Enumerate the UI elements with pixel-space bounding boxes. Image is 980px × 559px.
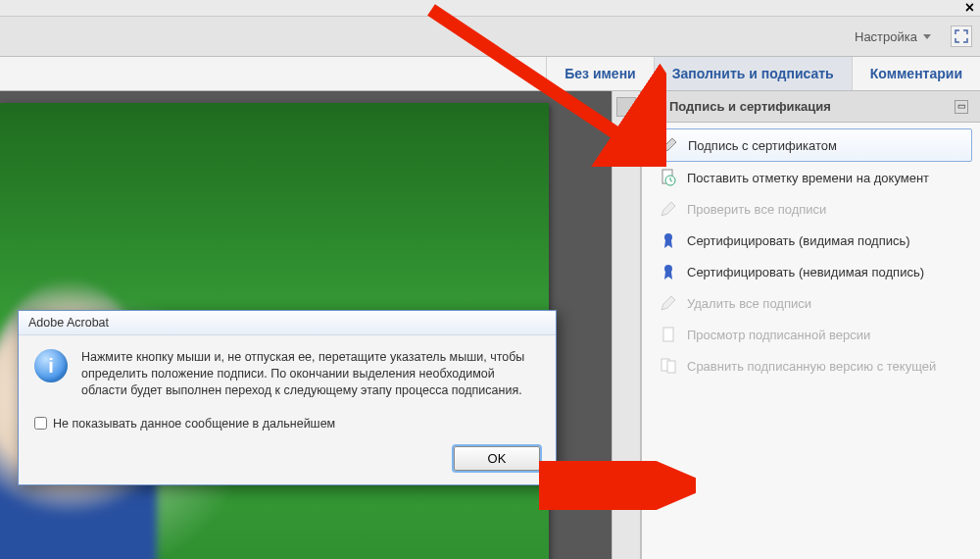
settings-label: Настройка bbox=[855, 29, 917, 44]
info-icon: i bbox=[34, 349, 68, 382]
panel-expand-icon[interactable]: ▭ bbox=[955, 100, 968, 114]
fullscreen-button[interactable] bbox=[951, 25, 972, 47]
dont-show-checkbox[interactable] bbox=[34, 417, 47, 430]
pen-icon bbox=[661, 136, 678, 154]
strip-icon-1[interactable] bbox=[616, 97, 636, 117]
ribbon-invisible-icon bbox=[660, 263, 677, 280]
panel-header[interactable]: Подпись и сертификация ▭ bbox=[642, 91, 980, 123]
chevron-down-icon bbox=[654, 104, 663, 109]
dont-show-label: Не показывать данное сообщение в дальней… bbox=[53, 417, 335, 431]
dialog-message: Нажмите кнопку мыши и, не отпуская ее, п… bbox=[81, 349, 540, 399]
info-dialog: Adobe Acrobat i Нажмите кнопку мыши и, н… bbox=[18, 310, 557, 485]
svg-point-2 bbox=[664, 233, 672, 241]
svg-rect-4 bbox=[663, 328, 673, 341]
panel-item-label: Сертифицировать (невидимая подпись) bbox=[687, 265, 924, 280]
panel-item-label: Поставить отметку времени на документ bbox=[687, 171, 929, 185]
tab-unnamed[interactable]: Без имени bbox=[546, 57, 654, 90]
delete-pen-icon bbox=[660, 294, 677, 312]
panel-item-certify-visible[interactable]: Сертифицировать (видимая подпись) bbox=[650, 225, 972, 256]
ribbon-visible-icon bbox=[660, 231, 677, 249]
settings-dropdown[interactable]: Настройка bbox=[845, 25, 941, 48]
svg-rect-6 bbox=[667, 361, 675, 373]
dialog-dont-show-again[interactable]: Не показывать данное сообщение в дальней… bbox=[19, 409, 556, 436]
panel-item-label: Просмотр подписанной версии bbox=[687, 328, 870, 342]
ok-button[interactable]: OK bbox=[454, 446, 540, 471]
panel-item-view-signed-version: Просмотр подписанной версии bbox=[650, 319, 972, 350]
panel-item-compare-signed: Сравнить подписанную версию с текущей bbox=[650, 350, 972, 381]
svg-point-3 bbox=[664, 265, 672, 273]
tools-tabs: Без имени Заполнить и подписать Коммента… bbox=[0, 57, 980, 91]
panel-item-label: Сравнить подписанную версию с текущей bbox=[687, 359, 936, 374]
panel-item-certify-invisible[interactable]: Сертифицировать (невидимая подпись) bbox=[650, 256, 972, 287]
panel-item-delete-signatures: Удалить все подписи bbox=[650, 287, 972, 319]
clock-document-icon bbox=[660, 169, 677, 186]
panel-item-label: Удалить все подписи bbox=[687, 296, 811, 311]
document-compare-icon bbox=[660, 357, 677, 375]
close-icon[interactable]: × bbox=[965, 0, 974, 17]
dialog-title: Adobe Acrobat bbox=[19, 311, 556, 335]
top-toolbar: Настройка bbox=[0, 17, 980, 57]
verify-pen-icon bbox=[660, 200, 677, 218]
panel-list: Подпись с сертификатом Поставить отметку… bbox=[642, 123, 980, 387]
right-tools-panel: Подпись и сертификация ▭ Подпись с серти… bbox=[641, 91, 980, 559]
caret-down-icon bbox=[923, 34, 931, 39]
panel-item-sign-with-certificate[interactable]: Подпись с сертификатом bbox=[650, 128, 972, 162]
tab-fill-and-sign[interactable]: Заполнить и подписать bbox=[654, 57, 852, 90]
panel-item-label: Сертифицировать (видимая подпись) bbox=[687, 233, 910, 248]
panel-item-timestamp[interactable]: Поставить отметку времени на документ bbox=[650, 162, 972, 193]
tab-comments[interactable]: Комментарии bbox=[852, 57, 980, 90]
panel-header-label: Подпись и сертификация bbox=[669, 99, 831, 114]
side-icon-strip bbox=[612, 91, 641, 559]
panel-item-label: Подпись с сертификатом bbox=[688, 138, 837, 153]
document-view-icon bbox=[660, 326, 677, 343]
panel-item-label: Проверить все подписи bbox=[687, 202, 826, 217]
panel-item-verify-all: Проверить все подписи bbox=[650, 193, 972, 225]
